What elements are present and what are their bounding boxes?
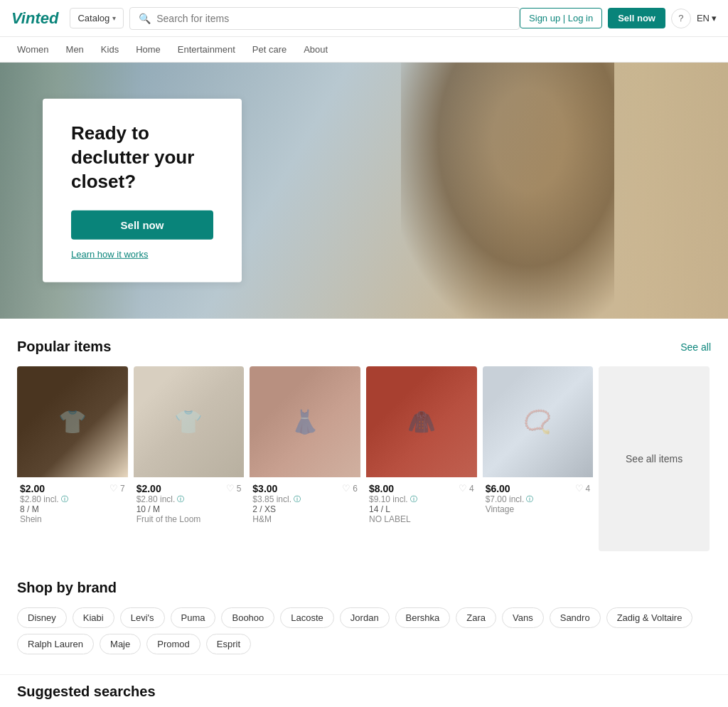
product-brand: H&M: [252, 514, 358, 524]
product-card[interactable]: 👕 $2.00 ♡ 5 $2.80 incl. ⓘ 10 / M Fruit o…: [134, 366, 245, 551]
help-button[interactable]: ?: [671, 9, 691, 28]
see-all-items-label: See all items: [626, 453, 682, 464]
product-card[interactable]: 👕 $2.00 ♡ 7 $2.80 incl. ⓘ 8 / M Shein: [17, 366, 128, 551]
product-brand: Shein: [20, 514, 125, 524]
product-size: 2 / XS: [252, 504, 358, 514]
nav-item-about[interactable]: About: [304, 44, 328, 55]
product-like: ♡ 4: [575, 483, 591, 494]
brand-section: Shop by brand DisneyKiabiLevi'sPumaBooho…: [0, 571, 728, 674]
search-icon: 🔍: [139, 13, 151, 24]
product-like: ♡ 5: [226, 483, 242, 494]
heart-icon: ♡: [575, 483, 584, 494]
hero-card: Ready to declutter your closet? Sell now…: [43, 99, 242, 282]
product-price: $2.00: [20, 483, 45, 494]
brand-tag[interactable]: Bershka: [395, 607, 451, 628]
product-price-incl: $7.00 incl. ⓘ: [486, 494, 591, 504]
product-price-incl: $2.80 incl. ⓘ: [20, 494, 125, 504]
product-price-row: $3.00 ♡ 6: [252, 483, 358, 494]
main-nav: Women Men Kids Home Entertainment Pet ca…: [0, 37, 728, 63]
logo[interactable]: Vinted: [11, 9, 58, 28]
popular-items-title: Popular items: [17, 339, 111, 355]
like-count: 4: [469, 484, 474, 494]
nav-item-entertainment[interactable]: Entertainment: [178, 44, 235, 55]
search-input[interactable]: [156, 13, 510, 24]
header: Vinted Catalog ▾ 🔍 Sign up | Log in Sell…: [0, 0, 728, 37]
see-all-items-card[interactable]: See all items: [599, 366, 710, 551]
see-all-link[interactable]: See all: [680, 341, 711, 353]
product-price: $3.00: [252, 483, 277, 494]
product-size: 8 / M: [20, 504, 125, 514]
heart-icon: ♡: [109, 483, 118, 494]
chevron-down-icon: ▾: [112, 14, 116, 22]
hero-sell-now-button[interactable]: Sell now: [71, 211, 213, 240]
popular-items-section: Popular items See all 👕 $2.00 ♡ 7 $2.80 …: [0, 319, 728, 571]
brand-tag[interactable]: Zara: [456, 607, 496, 628]
suggested-searches-title: Suggested searches: [17, 684, 711, 700]
signin-button[interactable]: Sign up | Log in: [520, 8, 602, 28]
product-like: ♡ 7: [109, 483, 125, 494]
brand-tag[interactable]: Zadig & Voltaire: [606, 607, 693, 628]
product-card[interactable]: 📿 $6.00 ♡ 4 $7.00 incl. ⓘ Vintage: [483, 366, 594, 551]
like-count: 7: [120, 484, 125, 494]
product-image: 👕: [134, 366, 245, 477]
info-icon: ⓘ: [410, 494, 417, 504]
info-icon: ⓘ: [61, 494, 68, 504]
brand-section-title: Shop by brand: [17, 580, 711, 596]
nav-item-men[interactable]: Men: [66, 44, 84, 55]
brand-tag[interactable]: Ralph Lauren: [17, 634, 94, 654]
product-size: 14 / L: [369, 504, 474, 514]
brand-tag[interactable]: Sandro: [550, 607, 601, 628]
product-price-row: $2.00 ♡ 5: [136, 483, 242, 494]
product-grid: 👕 $2.00 ♡ 7 $2.80 incl. ⓘ 8 / M Shein: [17, 366, 711, 551]
header-sell-now-button[interactable]: Sell now: [608, 8, 665, 28]
like-count: 5: [237, 484, 242, 494]
product-brand: Vintage: [486, 504, 591, 514]
brand-tags: DisneyKiabiLevi'sPumaBoohooLacosteJordan…: [17, 607, 711, 654]
brand-tag[interactable]: Vans: [502, 607, 544, 628]
heart-icon: ♡: [226, 483, 235, 494]
product-image: 👕: [17, 366, 128, 477]
popular-items-header: Popular items See all: [17, 339, 711, 355]
suggested-searches-section: Suggested searches: [0, 674, 728, 707]
product-card[interactable]: 👗 $3.00 ♡ 6 $3.85 incl. ⓘ 2 / XS H&M: [250, 366, 360, 551]
product-price-incl: $9.10 incl. ⓘ: [369, 494, 474, 504]
brand-tag[interactable]: Maje: [100, 634, 141, 654]
brand-tag[interactable]: Puma: [171, 607, 216, 628]
product-card[interactable]: 🧥 $8.00 ♡ 4 $9.10 incl. ⓘ 14 / L NO LABE…: [366, 366, 477, 551]
brand-tag[interactable]: Promod: [146, 634, 200, 654]
nav-item-petcare[interactable]: Pet care: [252, 44, 287, 55]
product-price: $6.00: [486, 483, 510, 494]
brand-tag[interactable]: Levi's: [120, 607, 165, 628]
brand-tag[interactable]: Boohoo: [221, 607, 274, 628]
nav-item-women[interactable]: Women: [17, 44, 49, 55]
product-price-row: $6.00 ♡ 4: [486, 483, 591, 494]
product-brand: Fruit of the Loom: [136, 514, 242, 524]
brand-tag[interactable]: Kiabi: [73, 607, 114, 628]
brand-tag[interactable]: Esprit: [206, 634, 251, 654]
info-icon: ⓘ: [294, 494, 301, 504]
catalog-button[interactable]: Catalog ▾: [70, 8, 124, 28]
catalog-label: Catalog: [77, 13, 109, 23]
product-info: $2.00 ♡ 5 $2.80 incl. ⓘ 10 / M Fruit of …: [134, 477, 245, 530]
product-image: 👗: [250, 366, 360, 477]
nav-item-kids[interactable]: Kids: [101, 44, 119, 55]
lang-label: EN: [697, 13, 710, 23]
heart-icon: ♡: [459, 483, 467, 494]
product-brand: NO LABEL: [369, 514, 474, 524]
brand-tag[interactable]: Lacoste: [280, 607, 334, 628]
lang-chevron-icon: ▾: [712, 13, 717, 23]
nav-item-home[interactable]: Home: [136, 44, 161, 55]
product-info: $8.00 ♡ 4 $9.10 incl. ⓘ 14 / L NO LABEL: [366, 477, 477, 530]
hero-learn-link[interactable]: Learn how it works: [71, 249, 148, 260]
product-like: ♡ 6: [342, 483, 358, 494]
header-right: Sign up | Log in Sell now ? EN ▾: [520, 8, 717, 28]
product-image: 🧥: [366, 366, 477, 477]
product-price-incl: $3.85 incl. ⓘ: [252, 494, 358, 504]
like-count: 6: [353, 484, 358, 494]
brand-tag[interactable]: Jordan: [340, 607, 390, 628]
info-icon: ⓘ: [526, 494, 533, 504]
hero-title: Ready to declutter your closet?: [71, 122, 213, 193]
language-button[interactable]: EN ▾: [697, 13, 717, 23]
brand-tag[interactable]: Disney: [17, 607, 67, 628]
product-info: $2.00 ♡ 7 $2.80 incl. ⓘ 8 / M Shein: [17, 477, 128, 530]
